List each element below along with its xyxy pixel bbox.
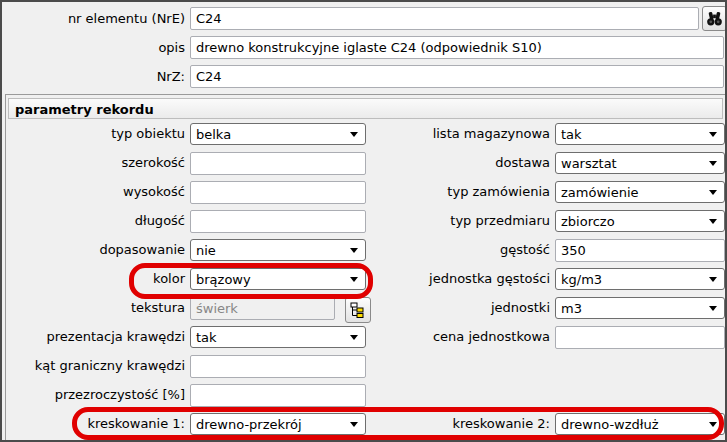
- przezroczystosc-input[interactable]: [190, 384, 366, 407]
- dopasowanie-value: nie: [196, 243, 216, 258]
- opis-label: opis: [2, 40, 185, 55]
- prezentacja-krawedzi-select[interactable]: tak: [190, 326, 366, 348]
- dostawa-select[interactable]: warsztat: [555, 152, 725, 174]
- panel-title: parametry rekordu: [8, 98, 723, 119]
- kreskowanie-1-label: kreskowanie 1:: [2, 413, 185, 435]
- chevron-down-icon: [709, 132, 717, 137]
- opis-input[interactable]: [190, 36, 724, 59]
- kolor-select[interactable]: brązowy: [190, 268, 366, 290]
- gestosc-input[interactable]: [555, 239, 725, 262]
- przezroczystosc-label: przezroczystość [%]: [2, 384, 185, 406]
- wysokosc-label: wysokość: [2, 181, 185, 203]
- chevron-down-icon: [350, 335, 358, 340]
- lista-magazynowa-select[interactable]: tak: [555, 123, 725, 145]
- kat-graniczny-input[interactable]: [190, 355, 366, 378]
- field-row-przezroczystosc: przezroczystość [%]: [2, 384, 402, 410]
- jednostki-select[interactable]: m3: [555, 297, 725, 319]
- typ-obiektu-value: belka: [196, 127, 231, 142]
- element-editor-window: nr elementu (NrE) opis: [0, 0, 727, 442]
- chevron-down-icon: [709, 219, 717, 224]
- field-row-gestosc: gęstość: [366, 239, 727, 265]
- chevron-down-icon: [709, 422, 717, 427]
- cena-jednostkowa-input[interactable]: [555, 326, 725, 349]
- kreskowanie-1-value: drewno-przekrój: [196, 417, 302, 432]
- field-row-typ-obiektu: typ obiektu belka: [2, 123, 402, 149]
- tekstura-input: [190, 297, 335, 320]
- field-row-typ-zamowienia: typ zamówienia zamówienie: [366, 181, 727, 207]
- field-row-dostawa: dostawa warsztat: [366, 152, 727, 178]
- typ-obiektu-select[interactable]: belka: [190, 123, 366, 145]
- chevron-down-icon: [709, 161, 717, 166]
- dostawa-label: dostawa: [366, 152, 550, 174]
- kreskowanie-2-label: kreskowanie 2:: [366, 413, 550, 435]
- dopasowanie-label: dopasowanie: [2, 239, 185, 261]
- dlugosc-input[interactable]: [190, 210, 366, 233]
- cena-jednostkowa-label: cena jednostkowa: [366, 326, 550, 348]
- nr-elementu-input[interactable]: [190, 7, 699, 30]
- chevron-down-icon: [350, 422, 358, 427]
- chevron-down-icon: [350, 248, 358, 253]
- field-row-prezentacja-krawedzi: prezentacja krawędzi tak: [2, 326, 402, 352]
- prezentacja-krawedzi-value: tak: [196, 330, 217, 345]
- chevron-down-icon: [350, 132, 358, 137]
- kolor-label: kolor: [2, 268, 185, 290]
- lista-magazynowa-value: tak: [561, 127, 582, 142]
- field-row-szerokosc: szerokość: [2, 152, 402, 178]
- kat-graniczny-label: kąt graniczny krawędzi: [2, 355, 185, 377]
- field-row-cena-jednostkowa: cena jednostkowa: [366, 326, 727, 352]
- binoculars-icon: [706, 10, 723, 27]
- jednostka-gestosci-select[interactable]: kg/m3: [555, 268, 725, 290]
- field-row-dlugosc: długość: [2, 210, 402, 236]
- field-row-kreskowanie-2: kreskowanie 2: drewno-wzdłuż: [366, 413, 727, 439]
- dlugosc-label: długość: [2, 210, 185, 232]
- field-row-lista-magazynowa: lista magazynowa tak: [366, 123, 727, 149]
- field-row-wysokosc: wysokość: [2, 181, 402, 207]
- typ-zamowienia-value: zamówienie: [561, 185, 639, 200]
- typ-zamowienia-label: typ zamówienia: [366, 181, 550, 203]
- jednostka-gestosci-value: kg/m3: [561, 272, 602, 287]
- field-row-kat-graniczny: kąt graniczny krawędzi: [2, 355, 402, 381]
- chevron-down-icon: [709, 190, 717, 195]
- field-row-nrz: NrZ:: [2, 64, 724, 89]
- kreskowanie-2-value: drewno-wzdłuż: [561, 417, 659, 432]
- nrz-label: NrZ:: [2, 69, 185, 84]
- search-button[interactable]: [702, 6, 727, 31]
- kreskowanie-2-select[interactable]: drewno-wzdłuż: [555, 413, 725, 435]
- field-row-opis: opis: [2, 35, 724, 60]
- kolor-value: brązowy: [196, 272, 251, 287]
- lista-magazynowa-label: lista magazynowa: [366, 123, 550, 145]
- field-row-dopasowanie: dopasowanie nie: [2, 239, 402, 265]
- tekstura-label: tekstura: [2, 297, 185, 319]
- field-row-typ-przedmiaru: typ przedmiaru zbiorczo: [366, 210, 727, 236]
- jednostka-gestosci-label: jednostka gęstości: [366, 268, 550, 290]
- jednostki-value: m3: [561, 301, 582, 316]
- kreskowanie-1-select[interactable]: drewno-przekrój: [190, 413, 366, 435]
- nrz-input[interactable]: [190, 65, 724, 88]
- dopasowanie-select[interactable]: nie: [190, 239, 366, 261]
- szerokosc-input[interactable]: [190, 152, 366, 175]
- dostawa-value: warsztat: [561, 156, 617, 171]
- tree-icon: [350, 302, 366, 318]
- prezentacja-krawedzi-label: prezentacja krawędzi: [2, 326, 185, 348]
- typ-przedmiaru-select[interactable]: zbiorczo: [555, 210, 725, 232]
- chevron-down-icon: [709, 306, 717, 311]
- field-row-kreskowanie-1: kreskowanie 1: drewno-przekrój: [2, 413, 402, 439]
- typ-przedmiaru-label: typ przedmiaru: [366, 210, 550, 232]
- field-row-jednostka-gestosci: jednostka gęstości kg/m3: [366, 268, 727, 294]
- chevron-down-icon: [709, 277, 717, 282]
- jednostki-label: jednostki: [366, 297, 550, 319]
- typ-zamowienia-select[interactable]: zamówienie: [555, 181, 725, 203]
- nr-elementu-label: nr elementu (NrE): [2, 11, 185, 26]
- chevron-down-icon: [350, 277, 358, 282]
- field-row-tekstura: tekstura: [2, 297, 402, 323]
- field-row-nr-elementu: nr elementu (NrE): [2, 6, 727, 31]
- field-row-kolor: kolor brązowy: [2, 268, 402, 294]
- field-row-jednostki: jednostki m3: [366, 297, 727, 323]
- wysokosc-input[interactable]: [190, 181, 366, 204]
- gestosc-label: gęstość: [366, 239, 550, 261]
- typ-obiektu-label: typ obiektu: [2, 123, 185, 145]
- szerokosc-label: szerokość: [2, 152, 185, 174]
- typ-przedmiaru-value: zbiorczo: [561, 214, 615, 229]
